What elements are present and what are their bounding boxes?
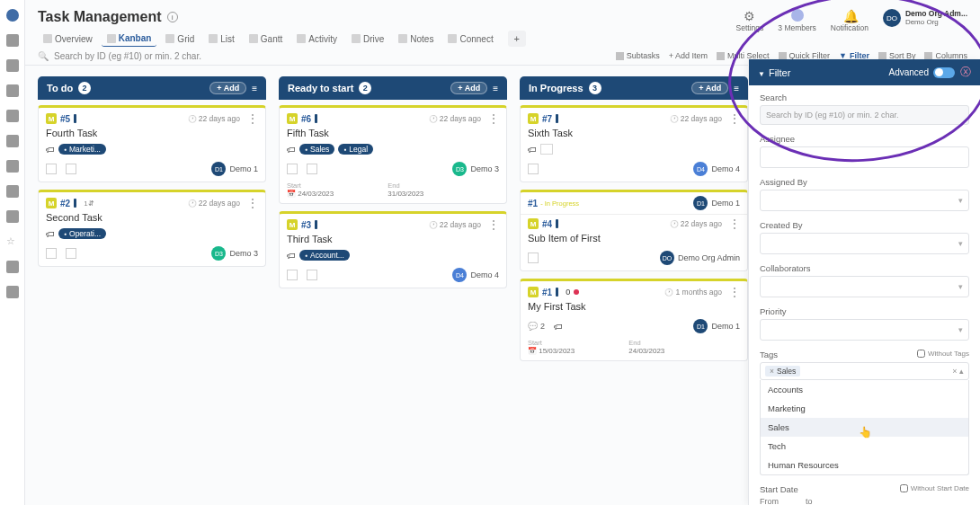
tab-connect[interactable]: Connect (442, 31, 498, 47)
task-card[interactable]: M#722 days ago⋮Sixth Task🏷D4Demo 4 (520, 105, 748, 182)
assignee[interactable]: D4Demo 4 (452, 268, 499, 282)
tag-option-marketing[interactable]: Marketing (761, 399, 968, 418)
add-card-button[interactable]: + Add (450, 82, 487, 94)
card-id: #2 (60, 199, 70, 208)
tab-grid[interactable]: Grid (160, 31, 200, 47)
calendar-icon[interactable] (6, 110, 19, 122)
filter-panel: Filter Advanced ⓧ Search Assignee Assign… (748, 59, 980, 505)
without-start-check[interactable]: Without Start Date (900, 484, 969, 492)
tab-overview[interactable]: Overview (38, 31, 98, 47)
reports-icon[interactable] (6, 160, 19, 173)
export-icon[interactable] (6, 286, 19, 298)
note-icon[interactable] (287, 164, 298, 174)
image-icon[interactable] (307, 270, 317, 280)
time-ago: 22 days ago (670, 114, 722, 123)
task-card[interactable]: #1 - In ProgressD1Demo 1M#422 days ago⋮S… (520, 190, 748, 271)
drive-icon[interactable] (6, 135, 19, 147)
user-menu[interactable]: DO Demo Org Adm...Demo Org (883, 9, 967, 27)
created-by-select[interactable]: ▾ (760, 233, 969, 254)
task-card[interactable]: M#101 months ago⋮My First Task2🏷D1Demo 1… (520, 279, 748, 361)
tab-notes[interactable]: Notes (393, 31, 439, 47)
avatar: D3 (452, 162, 467, 176)
filter-title: Filter (769, 67, 790, 78)
tag-icon: 🏷 (46, 145, 55, 155)
tag-pill[interactable]: Marketi... (58, 144, 106, 155)
info-icon[interactable]: i (167, 12, 178, 22)
column-menu-icon[interactable]: ≡ (252, 84, 257, 93)
people-icon[interactable] (6, 185, 19, 198)
note-icon[interactable] (46, 164, 57, 174)
filter-search-input[interactable] (760, 105, 969, 125)
assignee-select[interactable] (760, 146, 969, 168)
close-icon[interactable]: ⓧ (960, 65, 971, 80)
note-icon[interactable] (287, 270, 298, 280)
task-card[interactable]: M#622 days ago⋮Fifth Task🏷SalesLegalD3De… (279, 105, 507, 204)
priority-select[interactable]: ▾ (760, 319, 969, 341)
archive-icon[interactable] (6, 261, 19, 273)
comments-count[interactable]: 2 (528, 322, 545, 331)
from-label: From (760, 497, 779, 505)
add-card-button[interactable]: + Add (691, 82, 728, 94)
without-tags-check[interactable]: Without Tags (917, 350, 969, 358)
card-menu-icon[interactable]: ⋮ (247, 198, 258, 208)
column-in-progress: In Progress3+ Add≡M#722 days ago⋮Sixth T… (520, 76, 748, 361)
note-icon[interactable] (528, 164, 539, 174)
dashboard-icon[interactable] (6, 59, 19, 72)
advanced-toggle[interactable] (933, 67, 955, 78)
tag-pill[interactable]: Account... (299, 250, 350, 261)
card-menu-icon[interactable]: ⋮ (729, 287, 740, 297)
notification-link[interactable]: 🔔Notification (831, 9, 869, 32)
tag-pill[interactable]: Sales (299, 144, 334, 155)
image-icon[interactable] (307, 164, 317, 174)
favorites-icon[interactable]: ☆ (6, 235, 19, 248)
assignee[interactable]: DODemo Org Admin (660, 251, 740, 265)
image-icon[interactable] (66, 248, 76, 259)
column-header: Ready to start2+ Add≡ (279, 76, 507, 100)
assigned-by-select[interactable]: ▾ (760, 190, 969, 211)
assignee[interactable]: D1Demo 1 (693, 319, 740, 333)
tab-gantt[interactable]: Gantt (244, 31, 288, 47)
tab-list[interactable]: List (203, 31, 240, 47)
task-card[interactable]: M#322 days ago⋮Third Task🏷Account...D4De… (279, 211, 507, 288)
card-menu-icon[interactable]: ⋮ (488, 219, 499, 230)
task-card[interactable]: M#21⇵22 days ago⋮Second Task🏷Operati...D… (38, 190, 266, 267)
column-menu-icon[interactable]: ≡ (493, 84, 498, 93)
card-menu-icon[interactable]: ⋮ (729, 218, 740, 229)
image-icon[interactable] (66, 164, 76, 174)
tab-activity[interactable]: Activity (291, 31, 343, 47)
tag-pill[interactable]: Operati... (58, 228, 106, 239)
search-input[interactable] (54, 51, 324, 61)
app-logo-icon[interactable] (6, 9, 19, 22)
task-card[interactable]: M#522 days ago⋮Fourth Task🏷Marketi...D1D… (38, 105, 266, 182)
members-link[interactable]: 3 Members (778, 9, 816, 32)
add-tab-button[interactable]: + (508, 31, 526, 47)
column-menu-icon[interactable]: ≡ (734, 84, 739, 93)
card-menu-icon[interactable]: ⋮ (247, 113, 258, 124)
assignee[interactable]: D1Demo 1 (211, 162, 258, 176)
tag-option-accounts[interactable]: Accounts (761, 380, 968, 399)
note-icon[interactable] (46, 248, 57, 259)
card-menu-icon[interactable]: ⋮ (729, 113, 740, 124)
tag-pill[interactable]: Legal (338, 144, 373, 155)
projects-icon[interactable] (6, 84, 19, 97)
add-item-button[interactable]: + Add Item (669, 51, 708, 60)
card-menu-icon[interactable]: ⋮ (488, 113, 499, 124)
assignee[interactable]: D3Demo 3 (452, 162, 499, 176)
avatar: DO (883, 9, 901, 27)
home-icon[interactable] (6, 34, 19, 47)
assignee[interactable]: D3Demo 3 (211, 246, 258, 261)
assignee[interactable]: D4Demo 4 (693, 162, 740, 176)
add-card-button[interactable]: + Add (209, 82, 246, 94)
team-icon[interactable] (6, 210, 19, 223)
tag-option-sales[interactable]: Sales (761, 418, 968, 437)
collaborators-select[interactable]: ▾ (760, 276, 969, 297)
tab-drive[interactable]: Drive (346, 31, 389, 47)
tab-kanban[interactable]: Kanban (102, 31, 157, 47)
tag-option-human-resources[interactable]: Human Resources (761, 456, 968, 474)
tags-input[interactable]: ×Sales × ▴ (760, 362, 969, 380)
tag-option-tech[interactable]: Tech (761, 437, 968, 456)
settings-link[interactable]: Settings (736, 9, 764, 32)
note-icon[interactable] (528, 252, 539, 263)
tag-chip-sales[interactable]: ×Sales (765, 366, 800, 377)
subtasks-toggle[interactable]: Subtasks (616, 51, 660, 60)
